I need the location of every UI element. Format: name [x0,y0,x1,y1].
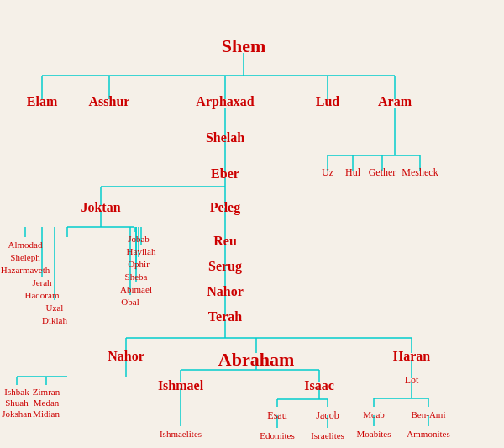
node-ammonites: Ammonites [407,429,449,439]
node-abraham: Abraham [218,349,294,371]
node-shem: Shem [222,35,266,57]
node-uz: Uz [322,166,333,179]
node-abimael: Abimael [120,284,152,294]
node-aram: Aram [378,94,412,109]
node-ishmael: Ishmael [158,378,203,393]
node-peleg: Peleg [210,200,240,215]
node-lot: Lot [405,374,419,387]
node-joktan: Joktan [81,200,120,215]
node-diklah: Diklah [42,315,67,325]
node-isaac: Isaac [304,378,334,393]
node-moab: Moab [363,409,385,419]
node-ophir: Ophir [128,259,150,269]
node-almodad: Almodad [8,240,43,250]
node-jacob: Jacob [316,409,339,422]
page-title [0,0,504,7]
node-midian: Midian [33,408,60,419]
node-hadoram: Hadoram [25,290,60,300]
node-zimran: Zimran [33,387,60,397]
node-edomites: Edomites [260,430,295,440]
node-nahor_son: Nahor [207,284,244,299]
node-sheba: Sheba [125,271,148,282]
node-israelites: Israelites [311,430,344,440]
node-jobab: Jobab [128,234,150,244]
node-serug: Serug [208,259,242,274]
node-hul: Hul [345,166,360,179]
node-hazarmaveth: Hazarmaveth [1,265,50,275]
node-nahor_terah: Nahor [108,349,144,364]
node-gether: Gether [369,166,396,179]
node-mesheck: Mesheck [402,166,438,179]
node-medan: Medan [34,398,60,408]
node-shelah: Shelah [206,130,244,145]
node-ishbak: Ishbak [4,387,29,397]
node-jerah: Jerah [32,277,51,287]
node-obal: Obal [121,297,139,307]
node-terah: Terah [208,309,242,324]
node-ishmaelites: Ishmaelites [160,429,202,439]
node-reu: Reu [213,234,237,249]
node-esau: Esau [267,409,286,422]
node-sheleph: Sheleph [10,252,39,262]
node-jokshan: Jokshan [2,408,31,419]
node-moabites: Moabites [357,429,391,439]
node-havilah: Havilah [127,246,156,256]
node-eber: Eber [211,166,239,182]
node-lud: Lud [316,94,339,109]
node-uzal: Uzal [46,303,64,313]
node-ben_ami: Ben-Ami [412,409,446,419]
node-arphaxad: Arphaxad [196,94,254,109]
node-asshur: Asshur [89,94,130,109]
node-haran: Haran [393,349,430,364]
node-elam: Elam [27,94,57,109]
node-shuah: Shuah [5,398,29,408]
